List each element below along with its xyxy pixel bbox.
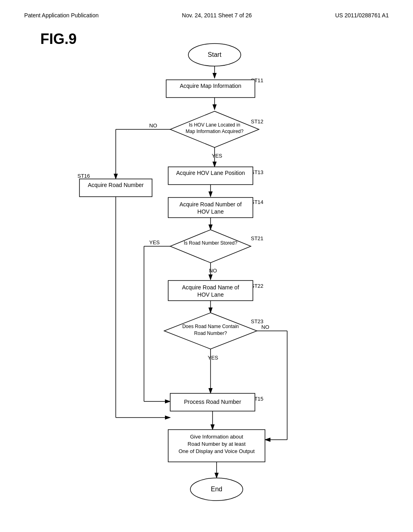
svg-text:Acquire Road Name of: Acquire Road Name of (182, 284, 239, 291)
svg-text:YES: YES (208, 355, 218, 361)
header: Patent Application Publication Nov. 24, … (16, 8, 397, 27)
svg-text:End: End (211, 486, 222, 493)
flowchart: Start ST11 Acquire Map Information ST12 … (45, 31, 368, 506)
svg-text:ST21: ST21 (251, 235, 263, 241)
svg-text:Start: Start (208, 51, 221, 58)
svg-text:Acquire Road Number: Acquire Road Number (88, 182, 144, 188)
page: Patent Application Publication Nov. 24, … (0, 0, 413, 532)
svg-text:Process Road Number: Process Road Number (184, 399, 241, 405)
fig-label: FIG.9 (40, 31, 77, 48)
header-left: Patent Application Publication (24, 12, 98, 19)
header-center: Nov. 24, 2011 Sheet 7 of 26 (182, 12, 252, 19)
svg-text:ST12: ST12 (251, 118, 263, 125)
svg-text:One of Display and Voice Outpu: One of Display and Voice Output (179, 448, 255, 454)
svg-text:Give Information about: Give Information about (190, 434, 243, 440)
svg-text:NO: NO (149, 123, 157, 129)
svg-text:NO: NO (261, 324, 269, 330)
svg-text:Map Information Acquired?: Map Information Acquired? (186, 129, 244, 134)
svg-text:Is HOV Lane Located in: Is HOV Lane Located in (189, 122, 240, 128)
svg-marker-30 (170, 230, 251, 263)
svg-text:ST16: ST16 (77, 173, 90, 179)
svg-text:ST23: ST23 (251, 318, 263, 324)
svg-text:Road Number?: Road Number? (194, 330, 227, 336)
header-right: US 2011/0288761 A1 (335, 12, 389, 19)
svg-text:Acquire Map Information: Acquire Map Information (180, 83, 242, 89)
svg-text:Acquire HOV Lane Position: Acquire HOV Lane Position (176, 170, 245, 176)
diagram-area: FIG.9 Start ST11 Acquire Map Information (16, 27, 397, 506)
svg-text:Is Road Number Stored?: Is Road Number Stored? (184, 240, 238, 246)
svg-text:YES: YES (212, 153, 222, 159)
svg-text:NO: NO (209, 268, 217, 274)
svg-text:Acquire Road Number of: Acquire Road Number of (179, 201, 242, 208)
svg-text:Does Road Name Contain: Does Road Name Contain (182, 324, 239, 329)
svg-text:Road Number by at least: Road Number by at least (188, 441, 246, 447)
svg-text:HOV Lane: HOV Lane (197, 291, 224, 298)
svg-text:YES: YES (149, 239, 160, 245)
svg-text:HOV Lane: HOV Lane (197, 208, 224, 215)
